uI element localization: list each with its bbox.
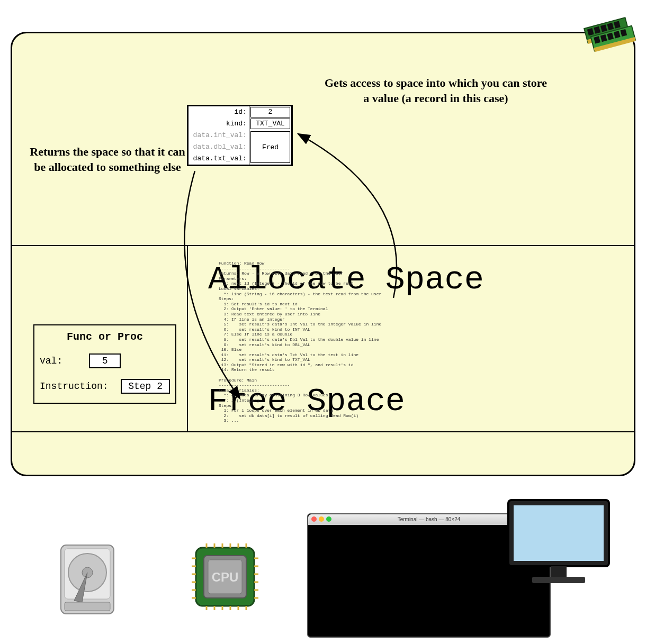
instruction-label: Instruction: — [40, 381, 109, 392]
record-label-id: id: — [189, 106, 249, 118]
divider-horizontal-top — [12, 245, 634, 246]
divider-horizontal-bottom — [12, 431, 634, 432]
record-value-kind: TXT_VAL — [250, 119, 290, 129]
svg-text:CPU: CPU — [212, 570, 239, 584]
record-label-dbl-val: data.dbl_val: — [189, 141, 249, 153]
annotation-returns-space: Returns the space so that it can be allo… — [25, 144, 190, 175]
annotation-gets-access: Gets access to space into which you can … — [325, 76, 547, 106]
record-label-int-val: data.int_val: — [189, 130, 249, 141]
record-label-txt-val: data.txt_val: — [189, 153, 249, 165]
divider-vertical — [187, 245, 188, 432]
close-traffic-light — [311, 516, 317, 522]
memory-container: Gets access to space into which you can … — [11, 32, 635, 476]
pseudocode-listing: Function: Read Row ---------------------… — [219, 261, 446, 423]
svg-rect-50 — [551, 566, 567, 577]
val-value: 5 — [89, 353, 121, 368]
func-or-proc-box: Func or Proc val: 5 Instruction: Step 2 — [33, 324, 176, 404]
func-title: Func or Proc — [34, 325, 175, 351]
svg-rect-51 — [532, 577, 585, 583]
svg-rect-19 — [65, 602, 110, 611]
record-value-id: 2 — [250, 107, 290, 117]
instruction-value: Step 2 — [121, 379, 170, 394]
monitor-icon — [503, 495, 614, 590]
svg-rect-49 — [514, 505, 604, 561]
record-union-value: Fred — [250, 131, 290, 163]
ram-icon — [576, 7, 639, 60]
terminal-title: Terminal — bash — 80×24 — [398, 516, 461, 522]
val-label: val: — [40, 356, 62, 366]
zoom-traffic-light — [326, 516, 331, 522]
hard-drive-icon — [53, 540, 122, 619]
record-label-kind: kind: — [189, 118, 249, 130]
record-table: id: 2 kind: TXT_VAL data.int_val: data.d… — [187, 105, 293, 166]
cpu-icon: CPU — [191, 542, 259, 611]
minimize-traffic-light — [319, 516, 324, 522]
